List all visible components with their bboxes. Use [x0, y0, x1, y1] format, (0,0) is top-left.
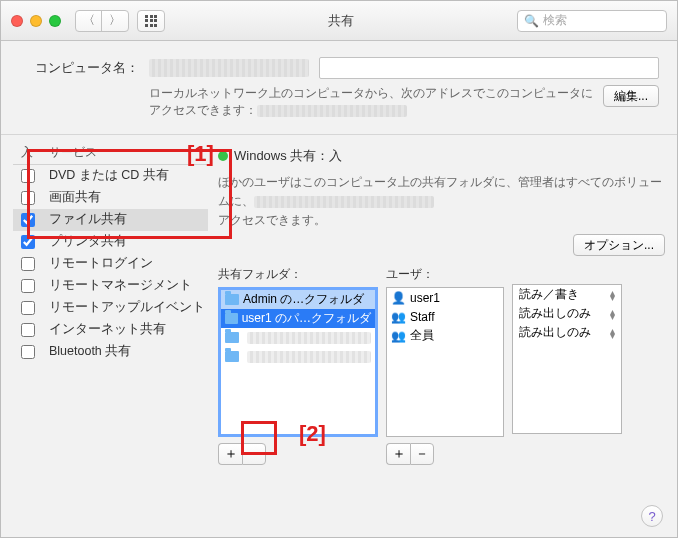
permission-label: 読み出しのみ — [519, 306, 591, 321]
service-checkbox[interactable] — [21, 257, 35, 271]
forward-button[interactable]: 〉 — [102, 11, 128, 31]
service-checkbox[interactable] — [21, 191, 35, 205]
service-label: リモートアップルイベント — [49, 299, 205, 316]
shared-folders-list[interactable]: Admin の…クフォルダuser1 のパ…クフォルダ — [218, 287, 378, 437]
folder-icon — [225, 294, 239, 305]
service-row[interactable]: リモートログイン — [13, 253, 208, 275]
help-button[interactable]: ? — [641, 505, 663, 527]
permission-label: 読み／書き — [519, 287, 579, 302]
remove-folder-button[interactable]: － — [242, 443, 266, 465]
service-checkbox[interactable] — [21, 301, 35, 315]
service-row[interactable]: リモートマネージメント — [13, 275, 208, 297]
stepper-icon[interactable]: ▴▾ — [610, 290, 615, 300]
stepper-icon[interactable]: ▴▾ — [610, 309, 615, 319]
service-row[interactable]: リモートアップルイベント — [13, 297, 208, 319]
folder-item[interactable]: user1 のパ…クフォルダ — [221, 309, 375, 328]
back-button[interactable]: 〈 — [76, 11, 102, 31]
folder-icon — [225, 313, 238, 324]
nav-back-forward[interactable]: 〈 〉 — [75, 10, 129, 32]
status-indicator-icon — [218, 151, 228, 161]
computer-name-desc: ローカルネットワーク上のコンピュータから、次のアドレスでこのコンピュータにアクセ… — [149, 85, 593, 120]
options-button[interactable]: オプション... — [573, 234, 665, 256]
folder-item[interactable]: Admin の…クフォルダ — [221, 290, 375, 309]
service-row[interactable]: 画面共有 — [13, 187, 208, 209]
services-header-name: サービス — [49, 145, 204, 160]
user-label: 全員 — [410, 327, 434, 344]
service-checkbox[interactable] — [21, 279, 35, 293]
stepper-icon[interactable]: ▴▾ — [610, 328, 615, 338]
service-checkbox[interactable] — [21, 323, 35, 337]
close-icon[interactable] — [11, 15, 23, 27]
search-icon: 🔍 — [524, 14, 539, 28]
service-checkbox[interactable] — [21, 213, 35, 227]
service-checkbox[interactable] — [21, 169, 35, 183]
show-all-button[interactable] — [137, 10, 165, 32]
user-item[interactable]: 👥Staff — [387, 307, 503, 326]
window-controls — [11, 15, 61, 27]
group-icon: 👥 — [391, 329, 406, 343]
service-row[interactable]: ファイル共有 — [13, 209, 208, 231]
permission-label: 読み出しのみ — [519, 325, 591, 340]
group-icon: 👥 — [391, 310, 406, 324]
shared-folders-header: 共有フォルダ： — [218, 266, 378, 283]
zoom-icon[interactable] — [49, 15, 61, 27]
add-folder-button[interactable]: ＋ — [218, 443, 242, 465]
minimize-icon[interactable] — [30, 15, 42, 27]
permissions-list[interactable]: 読み／書き▴▾読み出しのみ▴▾読み出しのみ▴▾ — [512, 284, 622, 434]
service-label: インターネット共有 — [49, 321, 166, 338]
user-item[interactable]: 👥全員 — [387, 326, 503, 345]
window-title: 共有 — [173, 12, 509, 30]
permission-row[interactable]: 読み出しのみ▴▾ — [513, 304, 621, 323]
user-label: Staff — [410, 310, 434, 324]
users-list[interactable]: 👤user1👥Staff👥全員 — [386, 287, 504, 437]
permissions-header — [512, 266, 622, 280]
person-icon: 👤 — [391, 291, 406, 305]
service-checkbox[interactable] — [21, 345, 35, 359]
add-user-button[interactable]: ＋ — [386, 443, 410, 465]
service-label: リモートマネージメント — [49, 277, 192, 294]
permission-row[interactable]: 読み／書き▴▾ — [513, 285, 621, 304]
user-label: user1 — [410, 291, 440, 305]
service-label: DVD または CD 共有 — [49, 167, 169, 184]
service-label: 画面共有 — [49, 189, 101, 206]
permission-row[interactable]: 読み出しのみ▴▾ — [513, 323, 621, 342]
titlebar: 〈 〉 共有 🔍 検索 — [1, 1, 677, 41]
service-label: リモートログイン — [49, 255, 153, 272]
remove-user-button[interactable]: － — [410, 443, 434, 465]
search-field[interactable]: 🔍 検索 — [517, 10, 667, 32]
edit-button[interactable]: 編集... — [603, 85, 659, 107]
service-label: プリンタ共有 — [49, 233, 127, 250]
status-desc: ほかのユーザはこのコンピュータ上の共有フォルダに、管理者はすべてのボリュームに、… — [218, 173, 665, 231]
services-panel: 入 サービス DVD または CD 共有画面共有ファイル共有プリンタ共有リモート… — [13, 141, 208, 466]
service-row[interactable]: Bluetooth 共有 — [13, 341, 208, 363]
users-header: ユーザ： — [386, 266, 504, 283]
folder-label: Admin の…クフォルダ — [243, 291, 364, 308]
folder-label: user1 のパ…クフォルダ — [242, 310, 371, 327]
user-item[interactable]: 👤user1 — [387, 288, 503, 307]
computer-name-value — [149, 59, 309, 77]
computer-name-label: コンピュータ名： — [19, 59, 139, 77]
service-label: Bluetooth 共有 — [49, 343, 131, 360]
computer-name-input[interactable] — [319, 57, 659, 79]
service-row[interactable]: プリンタ共有 — [13, 231, 208, 253]
service-row[interactable]: DVD または CD 共有 — [13, 165, 208, 187]
services-header-on: 入 — [21, 145, 49, 160]
service-checkbox[interactable] — [21, 235, 35, 249]
service-label: ファイル共有 — [49, 211, 127, 228]
service-row[interactable]: インターネット共有 — [13, 319, 208, 341]
grid-icon — [145, 15, 157, 27]
status-title: Windows 共有：入 — [234, 147, 342, 165]
search-placeholder: 検索 — [543, 12, 567, 29]
